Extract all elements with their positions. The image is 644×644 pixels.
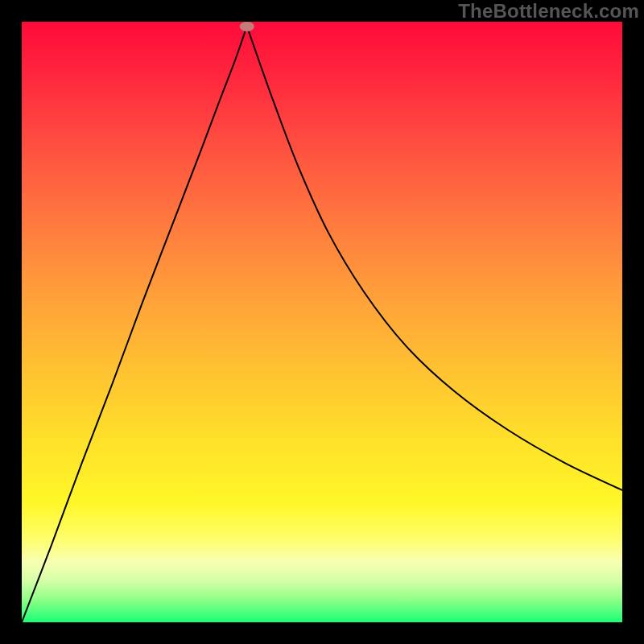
chart-svg xyxy=(22,22,622,622)
watermark-text: TheBottleneck.com xyxy=(458,0,639,23)
optimum-marker xyxy=(240,22,254,31)
bottleneck-curve xyxy=(22,27,622,622)
chart-frame: TheBottleneck.com xyxy=(0,0,644,644)
